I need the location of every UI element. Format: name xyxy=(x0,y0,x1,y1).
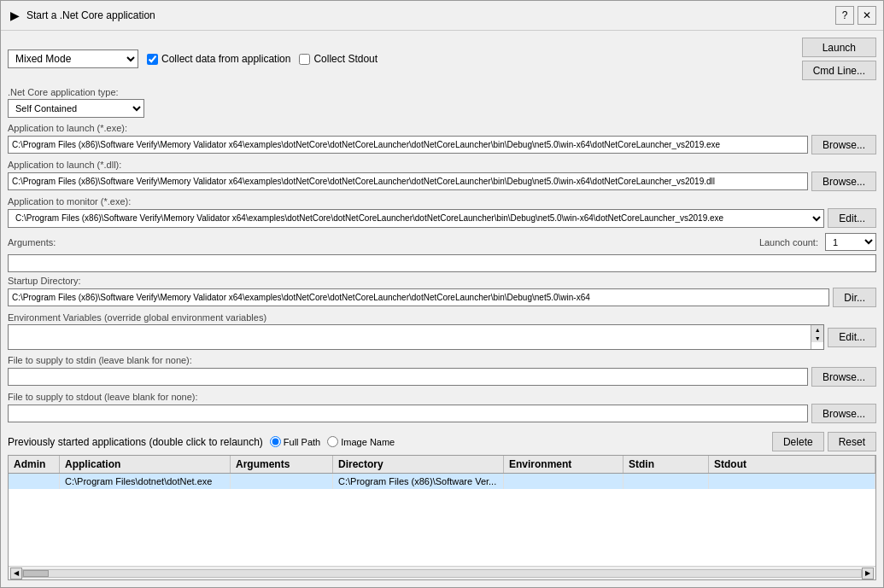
net-type-select[interactable]: Self Contained Framework Dependent xyxy=(8,99,144,118)
scrollbar-track[interactable] xyxy=(22,569,862,578)
collect-stdout-checkbox[interactable] xyxy=(299,54,310,65)
startup-dir-input[interactable] xyxy=(8,288,829,306)
image-name-radio[interactable] xyxy=(327,436,338,447)
startup-dir-label: Startup Directory: xyxy=(8,276,876,286)
stdin-input[interactable] xyxy=(8,368,808,386)
cell-environment xyxy=(504,474,623,489)
app-monitor-edit-button[interactable]: Edit... xyxy=(828,208,876,228)
startup-dir-row: Dir... xyxy=(8,288,876,307)
title-bar: ▶ Start a .Net Core application ? ✕ xyxy=(1,1,883,31)
app-dll-row: Browse... xyxy=(8,172,876,191)
full-path-radio-label[interactable]: Full Path xyxy=(270,436,320,447)
stdin-browse-button[interactable]: Browse... xyxy=(811,367,876,387)
stdin-label: File to supply to stdin (leave blank for… xyxy=(8,355,876,365)
full-path-radio[interactable] xyxy=(270,436,281,447)
app-icon: ▶ xyxy=(8,9,21,22)
stdout-row: Browse... xyxy=(8,404,876,423)
cell-stdout xyxy=(709,474,875,489)
app-dll-label: Application to launch (*.dll): xyxy=(8,160,876,170)
table-body: C:\Program Files\dotnet\dotNet.exe C:\Pr… xyxy=(9,474,875,566)
collect-data-label: Collect data from application xyxy=(161,53,290,65)
main-content: Mixed Mode Framework Dependent Self Cont… xyxy=(1,31,883,587)
prev-apps-section: Previously started applications (double … xyxy=(8,432,876,580)
launch-count-select[interactable]: 1 2 3 xyxy=(825,233,876,251)
col-header-directory: Directory xyxy=(333,456,504,473)
toolbar-row: Mixed Mode Framework Dependent Self Cont… xyxy=(8,38,876,80)
app-exe-section: Application to launch (*.exe): Browse... xyxy=(8,123,876,154)
launch-button[interactable]: Launch xyxy=(802,38,876,57)
env-vars-edit-button[interactable]: Edit... xyxy=(828,328,876,347)
arguments-input[interactable] xyxy=(8,254,876,272)
image-name-label: Image Name xyxy=(341,437,395,447)
cell-stdin xyxy=(623,474,709,489)
net-type-section: .Net Core application type: Self Contain… xyxy=(8,87,876,118)
col-header-stdout: Stdout xyxy=(709,456,875,473)
scroll-left-btn[interactable]: ◀ xyxy=(10,568,22,579)
app-exe-label: Application to launch (*.exe): xyxy=(8,123,876,133)
table-controls-left: Previously started applications (double … xyxy=(8,436,395,448)
delete-button[interactable]: Delete xyxy=(772,432,824,451)
full-path-label: Full Path xyxy=(284,437,320,447)
title-bar-controls: ? ✕ xyxy=(835,6,876,25)
table-controls-right: Delete Reset xyxy=(772,432,876,451)
cell-arguments xyxy=(231,474,333,489)
stdout-browse-button[interactable]: Browse... xyxy=(811,404,876,423)
collect-data-checkbox[interactable] xyxy=(147,54,158,65)
reset-button[interactable]: Reset xyxy=(828,432,876,451)
app-exe-input[interactable] xyxy=(8,136,808,154)
toolbar-left: Mixed Mode Framework Dependent Self Cont… xyxy=(8,49,378,68)
collect-data-checkbox-label[interactable]: Collect data from application xyxy=(147,53,290,65)
stdout-input[interactable] xyxy=(8,405,808,422)
cmdline-button[interactable]: Cmd Line... xyxy=(802,61,876,80)
env-vars-section: Environment Variables (override global e… xyxy=(8,312,876,350)
mode-select[interactable]: Mixed Mode Framework Dependent Self Cont… xyxy=(8,49,138,68)
toolbar-right-buttons: Launch Cmd Line... xyxy=(802,38,876,80)
horizontal-scrollbar[interactable]: ◀ ▶ xyxy=(9,566,875,579)
app-dll-input[interactable] xyxy=(8,172,808,190)
app-exe-browse-button[interactable]: Browse... xyxy=(811,135,876,154)
app-exe-row: Browse... xyxy=(8,135,876,154)
collect-stdout-checkbox-label[interactable]: Collect Stdout xyxy=(299,53,378,65)
close-button[interactable]: ✕ xyxy=(858,6,876,25)
help-button[interactable]: ? xyxy=(835,6,854,25)
image-name-radio-label[interactable]: Image Name xyxy=(327,436,395,447)
scrollbar-thumb[interactable] xyxy=(23,570,49,577)
startup-dir-section: Startup Directory: Dir... xyxy=(8,276,876,307)
arguments-label: Arguments: xyxy=(8,237,56,247)
title-bar-left: ▶ Start a .Net Core application xyxy=(8,9,155,22)
env-vars-input[interactable] xyxy=(9,325,811,349)
stdin-section: File to supply to stdin (leave blank for… xyxy=(8,355,876,387)
cell-directory: C:\Program Files (x86)\Software Ver... xyxy=(333,474,504,489)
net-type-label: .Net Core application type: xyxy=(8,87,876,97)
scroll-right-btn[interactable]: ▶ xyxy=(862,568,874,579)
app-dll-section: Application to launch (*.dll): Browse... xyxy=(8,160,876,191)
app-dll-browse-button[interactable]: Browse... xyxy=(811,172,876,191)
mode-select-wrapper: Mixed Mode Framework Dependent Self Cont… xyxy=(8,49,138,68)
table-controls-row: Previously started applications (double … xyxy=(8,432,876,451)
env-vars-row: ▲ ▼ Edit... xyxy=(8,324,876,350)
env-vars-spin-up[interactable]: ▲ xyxy=(811,325,823,334)
env-vars-spinner: ▲ ▼ xyxy=(811,325,823,349)
col-header-stdin: Stdin xyxy=(623,456,709,473)
app-monitor-label: Application to monitor (*.exe): xyxy=(8,196,876,207)
launch-count-label: Launch count: xyxy=(759,237,818,247)
launch-count-spinbox: 1 2 3 xyxy=(825,233,876,251)
table-header: Admin Application Arguments Directory En… xyxy=(9,456,875,474)
app-monitor-section: Application to monitor (*.exe): C:\Progr… xyxy=(8,196,876,228)
collect-stdout-label: Collect Stdout xyxy=(313,53,378,65)
window-title: Start a .Net Core application xyxy=(26,9,155,21)
arguments-row: Arguments: Launch count: 1 2 3 xyxy=(8,233,876,251)
stdout-section: File to supply to stdout (leave blank fo… xyxy=(8,392,876,423)
env-vars-input-wrapper: ▲ ▼ xyxy=(8,324,824,350)
startup-dir-button[interactable]: Dir... xyxy=(833,288,876,307)
col-header-application: Application xyxy=(60,456,231,473)
stdin-row: Browse... xyxy=(8,367,876,387)
table-row[interactable]: C:\Program Files\dotnet\dotNet.exe C:\Pr… xyxy=(9,474,875,489)
prev-apps-label: Previously started applications (double … xyxy=(8,436,263,448)
env-vars-label: Environment Variables (override global e… xyxy=(8,312,876,323)
col-header-environment: Environment xyxy=(504,456,623,473)
main-window: ▶ Start a .Net Core application ? ✕ Mixe… xyxy=(0,0,884,588)
env-vars-spin-down[interactable]: ▼ xyxy=(811,334,823,342)
app-monitor-select[interactable]: C:\Program Files (x86)\Software Verify\M… xyxy=(8,209,824,228)
stdout-label: File to supply to stdout (leave blank fo… xyxy=(8,392,876,402)
